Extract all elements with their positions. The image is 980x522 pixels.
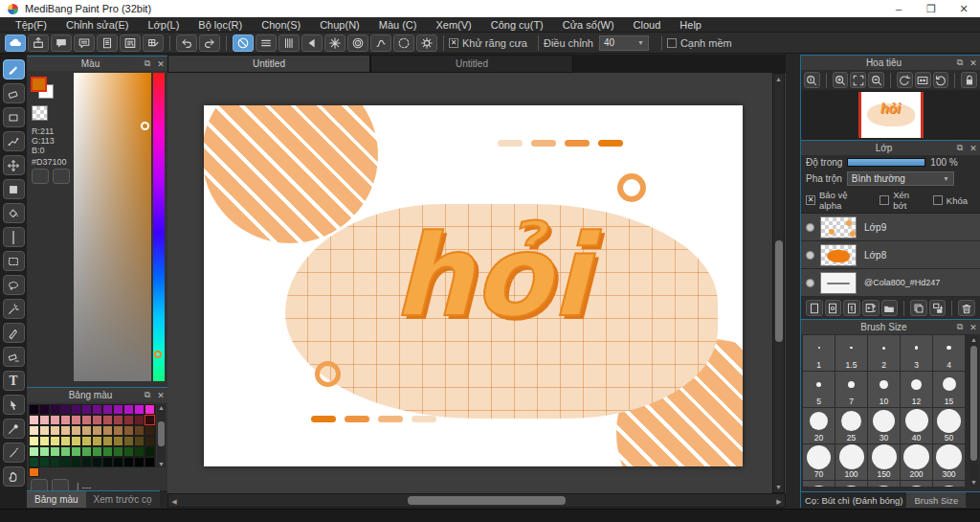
palette-swatch[interactable]: [71, 425, 81, 436]
close-icon[interactable]: ✕: [967, 144, 980, 153]
palette-swatch[interactable]: [39, 404, 50, 415]
select-tool-button[interactable]: [3, 251, 25, 271]
palette-swatch[interactable]: [50, 404, 60, 415]
palette-swatch[interactable]: [50, 415, 60, 425]
menu-item-4[interactable]: Bộ lọc(R): [189, 19, 252, 31]
palette-swatch[interactable]: [113, 446, 123, 457]
zoom-out-button[interactable]: [868, 72, 884, 88]
palette-swatch[interactable]: [92, 404, 102, 415]
layer-option-xén-bớt[interactable]: Xén bớt: [880, 190, 925, 211]
palette-swatch[interactable]: [134, 457, 145, 467]
bucket-tool-button[interactable]: [3, 203, 25, 223]
palette-swatch[interactable]: [81, 425, 92, 436]
brush-size-extra[interactable]: [835, 481, 867, 487]
polyline-tool-button[interactable]: [3, 131, 25, 151]
palette-swatch[interactable]: [29, 415, 39, 425]
horizontal-scrollbar[interactable]: ◀ ▶: [167, 493, 786, 508]
palette-swatch[interactable]: [102, 404, 113, 415]
palette-swatch[interactable]: [123, 404, 134, 415]
magic-wand-tool-button[interactable]: [3, 299, 25, 319]
menu-item-11[interactable]: Cloud: [624, 19, 671, 31]
vertical-lines-button[interactable]: [278, 34, 300, 52]
brush-scrollbar[interactable]: ▲ ▼: [969, 336, 978, 486]
brush-size-300[interactable]: 300: [933, 444, 965, 480]
palette-swatch[interactable]: [102, 415, 113, 425]
brush-size-15[interactable]: 15: [933, 372, 965, 407]
curve-button[interactable]: [370, 34, 391, 52]
scroll-up-arrow[interactable]: ▲: [157, 404, 166, 411]
select-pen-tool-button[interactable]: [3, 323, 25, 343]
merge-layer-button[interactable]: [929, 300, 947, 316]
hue-bar[interactable]: [153, 73, 165, 381]
layer-option-bảo-vệ-alpha[interactable]: Bảo vệ alpha: [806, 190, 872, 211]
palette-swatch[interactable]: [113, 404, 123, 415]
sv-marker[interactable]: [141, 122, 149, 130]
current-palette-color[interactable]: [29, 467, 39, 477]
palette-swatch[interactable]: [81, 415, 92, 425]
palette-swatch[interactable]: [134, 436, 145, 446]
delete-layer-button[interactable]: [958, 300, 975, 316]
popout-icon[interactable]: ⧉: [953, 322, 967, 332]
document-tab-2[interactable]: Untitled: [370, 55, 573, 73]
palette-swatch[interactable]: [134, 446, 145, 457]
palette-swatch[interactable]: [39, 446, 50, 457]
dashed-circle-button[interactable]: [393, 34, 414, 52]
palette-swatch[interactable]: [50, 425, 60, 436]
add-layer-button[interactable]: [806, 300, 823, 316]
brush-size-70[interactable]: 70: [803, 444, 835, 480]
gear-button[interactable]: [416, 34, 437, 52]
pen-tool-button[interactable]: [3, 443, 25, 463]
palette-swatch[interactable]: [145, 415, 155, 425]
navigator-thumbnail[interactable]: hỏi: [858, 92, 924, 138]
brush-size-150[interactable]: 150: [868, 444, 900, 480]
menu-item-1[interactable]: Tệp(F): [6, 19, 56, 31]
brush-size-2[interactable]: 2: [868, 335, 900, 371]
close-icon[interactable]: ✕: [154, 59, 167, 69]
layer-row[interactable]: Lớp9: [801, 214, 980, 241]
navigator-view[interactable]: hỏi: [801, 90, 980, 140]
menu-item-5[interactable]: Chọn(S): [252, 19, 310, 31]
popout-icon[interactable]: ⧉: [953, 143, 967, 153]
palette-swatch[interactable]: [134, 425, 145, 436]
palette-swatch[interactable]: [60, 404, 71, 415]
fit-screen-button[interactable]: [915, 72, 931, 88]
palette-swatch[interactable]: [71, 446, 81, 457]
brush-tool-button[interactable]: [3, 59, 25, 79]
palette-swatch[interactable]: [113, 415, 123, 425]
palette-swatch[interactable]: [60, 436, 71, 446]
palette-swatch[interactable]: [29, 425, 39, 436]
hand-tool-button[interactable]: [3, 466, 25, 487]
brush-size-extra[interactable]: [901, 481, 932, 487]
palette-swatch[interactable]: [60, 446, 71, 457]
comment-button[interactable]: [51, 34, 72, 52]
text-tool-button[interactable]: T: [3, 371, 25, 391]
correction-dropdown[interactable]: 40▼: [599, 35, 649, 51]
brush-size-5[interactable]: 5: [803, 372, 835, 407]
palette-swatch[interactable]: [71, 436, 81, 446]
palette-swatch[interactable]: [134, 404, 145, 415]
fill-rect-tool-button[interactable]: [3, 179, 25, 199]
menu-item-7[interactable]: Màu (C): [369, 19, 427, 31]
left-tab-xem-trước-cọ[interactable]: Xem trước cọ: [86, 490, 160, 508]
foreground-color-swatch[interactable]: [31, 77, 47, 92]
document-button[interactable]: [97, 34, 118, 52]
left-tab-bảng-màu[interactable]: Bảng màu: [27, 490, 86, 508]
palette-swatch[interactable]: [145, 457, 155, 467]
brush-size-20[interactable]: 20: [803, 408, 835, 443]
close-icon[interactable]: ✕: [967, 323, 980, 332]
brush-size-30[interactable]: 30: [868, 408, 900, 443]
palette-swatch[interactable]: [60, 415, 71, 425]
menu-item-8[interactable]: Xem(V): [426, 19, 480, 31]
close-icon[interactable]: ✕: [967, 58, 980, 68]
document-tab-1[interactable]: Untitled: [167, 55, 370, 73]
vertical-scrollbar[interactable]: ▲ ▼: [772, 73, 785, 493]
palette-swatch[interactable]: [50, 457, 60, 467]
comment-lines-button[interactable]: [74, 34, 95, 52]
close-button[interactable]: ✕: [947, 0, 980, 17]
palette-swatch[interactable]: [145, 404, 155, 415]
palette-swatch[interactable]: [123, 415, 134, 425]
concentric-button[interactable]: [347, 34, 368, 52]
palette-swatch[interactable]: [29, 446, 39, 457]
palette-swatch[interactable]: [102, 436, 113, 446]
move-tool-button[interactable]: [3, 155, 25, 175]
